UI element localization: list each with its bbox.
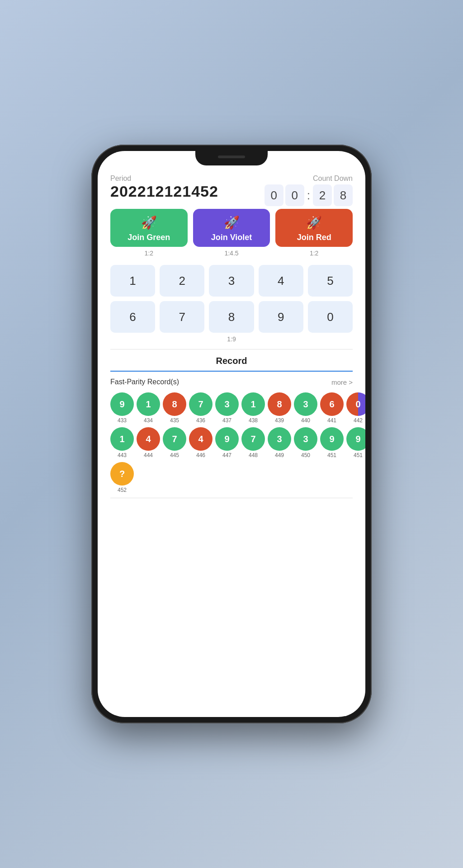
join-green-wrapper: 🚀 Join Green 1:2 xyxy=(110,209,188,257)
ball-wrapper-444: 4 444 xyxy=(137,427,160,458)
ball-wrapper-447: 9 447 xyxy=(215,427,239,458)
more-link[interactable]: more > xyxy=(331,378,353,386)
ball-434: 1 xyxy=(137,392,160,416)
ball-451a: 9 xyxy=(320,427,344,451)
ball-450: 3 xyxy=(294,427,317,451)
countdown-colon: : xyxy=(306,189,311,203)
top-divider xyxy=(110,349,353,349)
record-title: Record xyxy=(110,356,353,366)
ball-label-443: 443 xyxy=(118,452,127,458)
countdown-digit-1: 0 xyxy=(265,184,283,206)
ball-439: 8 xyxy=(268,392,291,416)
ball-label-440: 440 xyxy=(301,417,310,424)
ball-441: 6 xyxy=(320,392,344,416)
notch-speaker xyxy=(218,156,245,158)
fast-parity-header: Fast-Parity Record(s) more > xyxy=(110,378,353,386)
header-row: Period 202212121452 Count Down 0 0 : 2 8 xyxy=(110,175,353,206)
ball-label-436: 436 xyxy=(196,417,205,424)
ball-label-442: 442 xyxy=(354,417,363,424)
notch xyxy=(195,151,268,165)
join-red-wrapper: 🚀 Join Red 1:2 xyxy=(275,209,353,257)
ball-label-437: 437 xyxy=(222,417,232,424)
ball-wrapper-441: 6 441 xyxy=(320,392,344,424)
ball-wrapper-437: 3 437 xyxy=(215,392,239,424)
ball-label-446: 446 xyxy=(196,452,205,458)
num-btn-9[interactable]: 9 xyxy=(259,301,303,333)
ball-wrapper-434: 1 434 xyxy=(137,392,160,424)
ball-label-433: 433 xyxy=(118,417,127,424)
ball-wrapper-451a: 9 451 xyxy=(320,427,344,458)
join-violet-wrapper: 🚀 Join Violet 1:4.5 xyxy=(193,209,270,257)
grid-sub: 1:9 xyxy=(110,335,353,343)
ball-435: 8 xyxy=(163,392,186,416)
ball-wrapper-452: ? 452 xyxy=(110,462,134,493)
countdown-label: Count Down xyxy=(265,175,353,183)
ball-438: 1 xyxy=(241,392,265,416)
ball-wrapper-436: 7 436 xyxy=(189,392,213,424)
phone-frame: Period 202212121452 Count Down 0 0 : 2 8 xyxy=(91,145,372,723)
countdown-digit-4: 8 xyxy=(334,184,353,206)
join-red-button[interactable]: 🚀 Join Red xyxy=(275,209,353,247)
ball-wrapper-446: 4 446 xyxy=(189,427,213,458)
ball-446: 4 xyxy=(189,427,213,451)
ball-wrapper-439: 8 439 xyxy=(268,392,291,424)
num-btn-0[interactable]: 0 xyxy=(308,301,353,333)
countdown-digit-2: 0 xyxy=(285,184,304,206)
rocket-icon-red: 🚀 xyxy=(306,215,322,230)
ball-444: 4 xyxy=(137,427,160,451)
ball-label-444: 444 xyxy=(144,452,153,458)
ball-label-441: 441 xyxy=(327,417,336,424)
ball-wrapper-449: 3 449 xyxy=(268,427,291,458)
ball-wrapper-445: 7 445 xyxy=(163,427,186,458)
period-value: 202212121452 xyxy=(110,183,218,200)
num-btn-6[interactable]: 6 xyxy=(110,301,155,333)
num-btn-7[interactable]: 7 xyxy=(160,301,204,333)
balls-row-3: ? 452 xyxy=(110,462,353,493)
bottom-divider xyxy=(110,498,353,498)
screen-content: Period 202212121452 Count Down 0 0 : 2 8 xyxy=(98,151,365,717)
fast-parity-label: Fast-Parity Record(s) xyxy=(110,378,179,386)
join-red-sub: 1:2 xyxy=(275,250,353,257)
ball-label-448: 448 xyxy=(249,452,258,458)
ball-wrapper-442: 0 442 xyxy=(346,392,365,424)
countdown-digit-3: 2 xyxy=(313,184,332,206)
ball-wrapper-443: 1 443 xyxy=(110,427,134,458)
ball-wrapper-435: 8 435 xyxy=(163,392,186,424)
ball-wrapper-438: 1 438 xyxy=(241,392,265,424)
ball-wrapper-440: 3 440 xyxy=(294,392,317,424)
join-violet-sub: 1:4.5 xyxy=(193,250,270,257)
ball-label-438: 438 xyxy=(249,417,258,424)
ball-445: 7 xyxy=(163,427,186,451)
join-green-label: Join Green xyxy=(128,233,170,242)
join-red-label: Join Red xyxy=(297,233,331,242)
ball-433: 9 xyxy=(110,392,134,416)
num-btn-1[interactable]: 1 xyxy=(110,265,155,297)
ball-440: 3 xyxy=(294,392,317,416)
ball-label-445: 445 xyxy=(170,452,179,458)
ball-wrapper-433: 9 433 xyxy=(110,392,134,424)
ball-wrapper-448: 7 448 xyxy=(241,427,265,458)
join-green-button[interactable]: 🚀 Join Green xyxy=(110,209,188,247)
ball-label-435: 435 xyxy=(170,417,179,424)
join-violet-button[interactable]: 🚀 Join Violet xyxy=(193,209,270,247)
ball-443: 1 xyxy=(110,427,134,451)
num-btn-4[interactable]: 4 xyxy=(259,265,303,297)
ball-label-451a: 451 xyxy=(327,452,336,458)
ball-label-434: 434 xyxy=(144,417,153,424)
ball-label-439: 439 xyxy=(275,417,284,424)
ball-436: 7 xyxy=(189,392,213,416)
ball-label-449: 449 xyxy=(275,452,284,458)
join-green-sub: 1:2 xyxy=(110,250,188,257)
num-btn-3[interactable]: 3 xyxy=(209,265,254,297)
ball-437: 3 xyxy=(215,392,239,416)
num-btn-2[interactable]: 2 xyxy=(160,265,204,297)
rocket-icon-violet: 🚀 xyxy=(224,215,240,230)
balls-row-1: 9 433 1 434 8 435 7 436 3 437 xyxy=(110,392,353,424)
num-btn-8[interactable]: 8 xyxy=(209,301,254,333)
balls-row-2: 1 443 4 444 7 445 4 446 9 447 xyxy=(110,427,353,458)
phone-screen: Period 202212121452 Count Down 0 0 : 2 8 xyxy=(98,151,365,717)
num-btn-5[interactable]: 5 xyxy=(308,265,353,297)
number-row-1: 1 2 3 4 5 xyxy=(110,265,353,297)
number-row-2: 6 7 8 9 0 xyxy=(110,301,353,333)
record-underline xyxy=(110,371,353,372)
